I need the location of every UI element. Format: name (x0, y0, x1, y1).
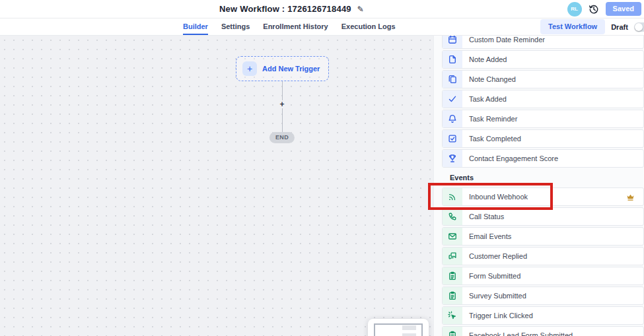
trigger-item-label: Task Completed (469, 135, 521, 143)
pencil-icon[interactable]: ✎ (357, 5, 364, 13)
note-icon (443, 51, 462, 68)
trigger-item-label: Note Added (469, 55, 507, 63)
minimap-node-bar (402, 333, 416, 336)
trigger-item-form-submitted[interactable]: Form Submitted (442, 267, 644, 285)
trigger-item-label: Inbound Webhook (469, 193, 528, 201)
trigger-item-label: Trigger Link Clicked (469, 312, 533, 319)
trigger-item-contact-engagement-score[interactable]: Contact Engagement Score (442, 149, 644, 168)
trigger-item-note-changed[interactable]: Note Changed (442, 70, 644, 88)
trigger-item-trigger-link-clicked[interactable]: Trigger Link Clicked (442, 306, 644, 325)
minimap-viewport (374, 323, 423, 336)
tab-enrollment-history[interactable]: Enrollment History (263, 18, 328, 35)
trigger-item-label: Facebook Lead Form Submitted (469, 331, 573, 336)
trigger-item-survey-submitted[interactable]: Survey Submitted (442, 286, 644, 305)
tab-execution-logs[interactable]: Execution Logs (341, 18, 396, 35)
bell-icon (443, 110, 462, 127)
tabs: BuilderSettingsEnrollment HistoryExecuti… (183, 18, 396, 35)
plus-icon: + (242, 61, 257, 76)
sidebar-group-header-events: Events (450, 173, 644, 182)
trophy-icon (443, 150, 462, 167)
calendar-icon (443, 36, 462, 48)
trigger-item-inbound-webhook[interactable]: Inbound Webhook (442, 187, 644, 206)
trigger-item-label: Form Submitted (469, 272, 520, 280)
crown-icon (626, 193, 635, 201)
trigger-item-custom-date-reminder[interactable]: Custom Date Reminder (442, 36, 644, 49)
trigger-item-task-completed[interactable]: Task Completed (442, 129, 644, 148)
avatar[interactable]: RL (567, 2, 582, 17)
minimap-node-bar (402, 325, 416, 330)
add-trigger-label: Add New Trigger (262, 65, 320, 73)
test-workflow-button[interactable]: Test Workflow (540, 19, 605, 34)
draft-publish-toggle[interactable] (634, 22, 644, 32)
add-step-plus-icon[interactable]: + (279, 100, 285, 108)
trigger-item-label: Survey Submitted (469, 292, 526, 300)
page-title: New Workflow : 1726126718449 (219, 4, 351, 14)
workflow-canvas[interactable]: + Add New Trigger + END (0, 36, 433, 336)
tab-builder[interactable]: Builder (183, 18, 208, 35)
clipboard-icon (443, 327, 462, 336)
chat-icon (443, 248, 462, 265)
note-changed-icon (443, 71, 462, 88)
minimap-panel[interactable] (368, 319, 429, 336)
webhook-icon (443, 188, 462, 205)
saved-button[interactable]: Saved (606, 2, 641, 16)
trigger-item-label: Note Changed (469, 75, 516, 83)
trigger-item-email-events[interactable]: Email Events (442, 227, 644, 246)
clipboard-icon (443, 267, 462, 285)
cursor-click-icon (443, 307, 462, 324)
trigger-item-label: Task Added (469, 95, 507, 103)
email-icon (443, 228, 462, 245)
check-icon (443, 90, 462, 108)
add-new-trigger-button[interactable]: + Add New Trigger (236, 56, 329, 81)
trigger-item-call-status[interactable]: Call Status (442, 207, 644, 226)
toggle-knob (635, 23, 643, 31)
header-actions: RL Saved (567, 0, 641, 18)
triggers-sidebar: Custom Date ReminderNote AddedNote Chang… (433, 36, 644, 336)
trigger-item-facebook-lead-form-submitted[interactable]: Facebook Lead Form Submitted (442, 326, 644, 336)
trigger-item-task-added[interactable]: Task Added (442, 90, 644, 108)
trigger-item-label: Contact Engagement Score (469, 154, 558, 162)
clipboard-icon (443, 287, 462, 304)
trigger-item-task-reminder[interactable]: Task Reminder (442, 110, 644, 128)
tab-bar-controls: Test Workflow Draft Publish (540, 18, 644, 35)
trigger-item-customer-replied[interactable]: Customer Replied (442, 247, 644, 265)
trigger-item-label: Customer Replied (469, 252, 527, 260)
trigger-item-note-added[interactable]: Note Added (442, 50, 644, 69)
trigger-item-label: Custom Date Reminder (469, 36, 545, 44)
trigger-item-label: Call Status (469, 213, 504, 220)
trigger-item-label: Email Events (469, 232, 511, 240)
tab-bar: BuilderSettingsEnrollment HistoryExecuti… (0, 18, 644, 36)
draft-label: Draft (611, 23, 628, 31)
trigger-list: Custom Date ReminderNote AddedNote Chang… (434, 36, 644, 336)
history-clock-icon[interactable] (589, 4, 599, 15)
end-node: END (269, 132, 295, 143)
tab-settings[interactable]: Settings (221, 18, 250, 35)
app-header: New Workflow : 1726126718449 ✎ RL Saved (0, 0, 644, 18)
trigger-item-label: Task Reminder (469, 115, 517, 123)
task-completed-icon (443, 130, 462, 147)
phone-icon (443, 208, 462, 225)
workflow-title-wrap: New Workflow : 1726126718449 ✎ (219, 0, 364, 18)
